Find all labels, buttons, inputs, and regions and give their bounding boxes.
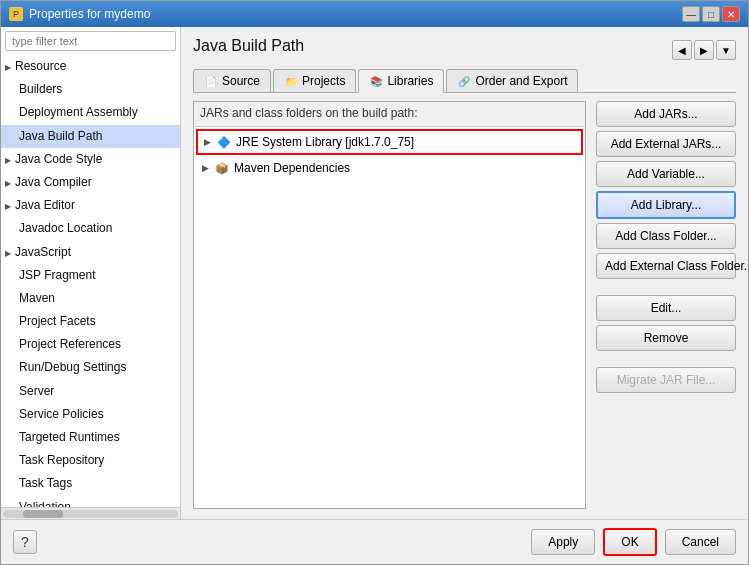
scroll-track bbox=[3, 510, 178, 518]
tab-libraries[interactable]: 📚 Libraries bbox=[358, 69, 444, 93]
dialog-body: ▶Resource Builders Deployment Assembly J… bbox=[1, 27, 748, 519]
main-header-row: Java Build Path ◀ ▶ ▼ bbox=[193, 37, 736, 63]
list-item-jre[interactable]: ▶ 🔷 JRE System Library [jdk1.7.0_75] bbox=[196, 129, 583, 155]
sidebar-item-project-facets[interactable]: Project Facets bbox=[1, 310, 180, 333]
sidebar-item-java-build-path[interactable]: Java Build Path bbox=[1, 125, 180, 148]
sidebar-item-validation[interactable]: Validation bbox=[1, 496, 180, 507]
sidebar-item-deployment-assembly[interactable]: Deployment Assembly bbox=[1, 101, 180, 124]
nav-back-button[interactable]: ◀ bbox=[672, 40, 692, 60]
sidebar-item-jsp-fragment[interactable]: JSP Fragment bbox=[1, 264, 180, 287]
remove-button[interactable]: Remove bbox=[596, 325, 736, 351]
list-panel: JARs and class folders on the build path… bbox=[193, 101, 586, 509]
maven-expand-arrow: ▶ bbox=[202, 163, 212, 173]
sidebar-tree: ▶Resource Builders Deployment Assembly J… bbox=[1, 55, 180, 507]
maximize-button[interactable]: □ bbox=[702, 6, 720, 22]
add-variable-button[interactable]: Add Variable... bbox=[596, 161, 736, 187]
filter-input[interactable] bbox=[5, 31, 176, 51]
buttons-panel: Add JARs... Add External JARs... Add Var… bbox=[596, 101, 736, 509]
source-icon: 📄 bbox=[204, 74, 218, 88]
tab-order-export-label: Order and Export bbox=[475, 74, 567, 88]
sidebar: ▶Resource Builders Deployment Assembly J… bbox=[1, 27, 181, 519]
sidebar-item-resource[interactable]: ▶Resource bbox=[1, 55, 180, 78]
dialog-title: Properties for mydemo bbox=[29, 7, 150, 21]
edit-button[interactable]: Edit... bbox=[596, 295, 736, 321]
page-title: Java Build Path bbox=[193, 37, 304, 55]
titlebar: P Properties for mydemo — □ ✕ bbox=[1, 1, 748, 27]
sidebar-item-run-debug-settings[interactable]: Run/Debug Settings bbox=[1, 356, 180, 379]
jre-label: JRE System Library [jdk1.7.0_75] bbox=[236, 135, 414, 149]
sidebar-item-task-tags[interactable]: Task Tags bbox=[1, 472, 180, 495]
minimize-button[interactable]: — bbox=[682, 6, 700, 22]
add-library-button[interactable]: Add Library... bbox=[596, 191, 736, 219]
jre-icon: 🔷 bbox=[216, 134, 232, 150]
add-external-class-folder-button[interactable]: Add External Class Folder... bbox=[596, 253, 736, 279]
sidebar-scrollbar[interactable] bbox=[1, 507, 180, 519]
sidebar-item-server[interactable]: Server bbox=[1, 380, 180, 403]
sidebar-item-service-policies[interactable]: Service Policies bbox=[1, 403, 180, 426]
footer: ? Apply OK Cancel bbox=[1, 519, 748, 564]
sidebar-item-java-code-style[interactable]: ▶Java Code Style bbox=[1, 148, 180, 171]
maven-label: Maven Dependencies bbox=[234, 161, 350, 175]
help-icon: ? bbox=[21, 534, 29, 550]
tab-projects-label: Projects bbox=[302, 74, 345, 88]
sidebar-item-project-references[interactable]: Project References bbox=[1, 333, 180, 356]
nav-dropdown-button[interactable]: ▼ bbox=[716, 40, 736, 60]
tab-projects[interactable]: 📁 Projects bbox=[273, 69, 356, 92]
sidebar-item-builders[interactable]: Builders bbox=[1, 78, 180, 101]
spacer-2 bbox=[596, 355, 736, 363]
libraries-icon: 📚 bbox=[369, 74, 383, 88]
nav-forward-button[interactable]: ▶ bbox=[694, 40, 714, 60]
sidebar-item-java-editor[interactable]: ▶Java Editor bbox=[1, 194, 180, 217]
list-header: JARs and class folders on the build path… bbox=[194, 102, 585, 126]
content-area: JARs and class folders on the build path… bbox=[193, 101, 736, 509]
add-jars-button[interactable]: Add JARs... bbox=[596, 101, 736, 127]
migrate-jar-button[interactable]: Migrate JAR File... bbox=[596, 367, 736, 393]
list-inner: ▶ 🔷 JRE System Library [jdk1.7.0_75] ▶ 📦… bbox=[194, 126, 585, 508]
tab-source[interactable]: 📄 Source bbox=[193, 69, 271, 92]
main-content: Java Build Path ◀ ▶ ▼ 📄 Source 📁 Project… bbox=[181, 27, 748, 519]
tab-bar: 📄 Source 📁 Projects 📚 Libraries 🔗 Order … bbox=[193, 69, 736, 93]
add-class-folder-button[interactable]: Add Class Folder... bbox=[596, 223, 736, 249]
properties-dialog: P Properties for mydemo — □ ✕ ▶Resource … bbox=[0, 0, 749, 565]
sidebar-item-task-repository[interactable]: Task Repository bbox=[1, 449, 180, 472]
sidebar-item-java-compiler[interactable]: ▶Java Compiler bbox=[1, 171, 180, 194]
order-export-icon: 🔗 bbox=[457, 74, 471, 88]
sidebar-item-maven[interactable]: Maven bbox=[1, 287, 180, 310]
nav-arrows: ◀ ▶ ▼ bbox=[672, 40, 736, 60]
scroll-thumb bbox=[23, 510, 63, 518]
spacer-1 bbox=[596, 283, 736, 291]
jre-expand-arrow: ▶ bbox=[204, 137, 214, 147]
add-external-jars-button[interactable]: Add External JARs... bbox=[596, 131, 736, 157]
ok-button[interactable]: OK bbox=[603, 528, 656, 556]
projects-icon: 📁 bbox=[284, 74, 298, 88]
tab-source-label: Source bbox=[222, 74, 260, 88]
dialog-icon: P bbox=[9, 7, 23, 21]
tab-libraries-label: Libraries bbox=[387, 74, 433, 88]
maven-icon: 📦 bbox=[214, 160, 230, 176]
tab-order-and-export[interactable]: 🔗 Order and Export bbox=[446, 69, 578, 92]
help-button[interactable]: ? bbox=[13, 530, 37, 554]
close-button[interactable]: ✕ bbox=[722, 6, 740, 22]
sidebar-item-javadoc-location[interactable]: Javadoc Location bbox=[1, 217, 180, 240]
titlebar-left: P Properties for mydemo bbox=[9, 7, 150, 21]
titlebar-buttons: — □ ✕ bbox=[682, 6, 740, 22]
sidebar-item-javascript[interactable]: ▶JavaScript bbox=[1, 241, 180, 264]
footer-left: ? bbox=[13, 530, 37, 554]
list-item-maven[interactable]: ▶ 📦 Maven Dependencies bbox=[194, 157, 585, 179]
apply-button[interactable]: Apply bbox=[531, 529, 595, 555]
sidebar-item-targeted-runtimes[interactable]: Targeted Runtimes bbox=[1, 426, 180, 449]
cancel-button[interactable]: Cancel bbox=[665, 529, 736, 555]
